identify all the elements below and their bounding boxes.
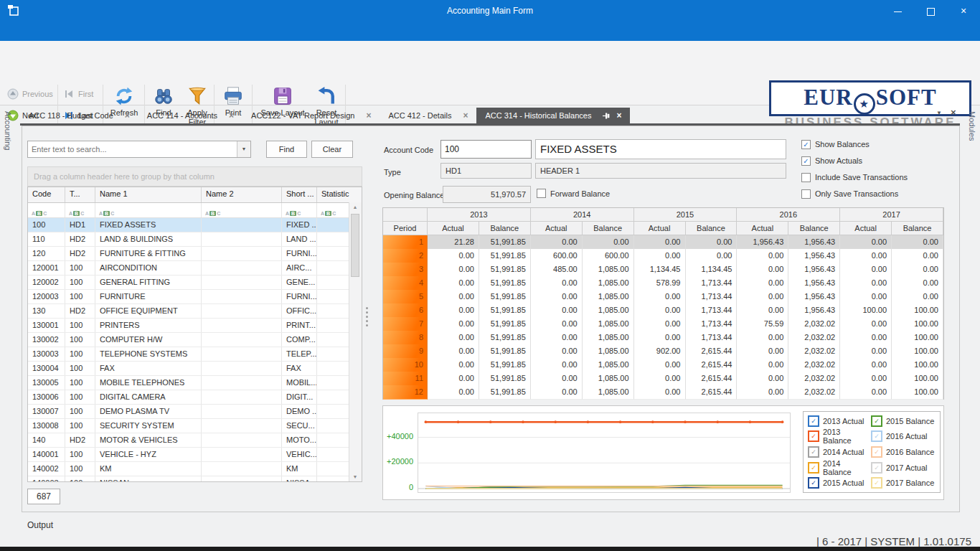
legend-item[interactable]: ✓2014 Actual	[808, 446, 871, 458]
grid-row[interactable]: 130003100TELEPHONE SYSTEMSTELEP...	[28, 347, 362, 362]
option-checkbox[interactable]: ✓Show Actuals	[801, 156, 908, 166]
grid-column-header[interactable]: Short ...	[282, 187, 317, 202]
legend-checkbox-icon[interactable]: ✓	[808, 415, 819, 427]
grid-row[interactable]: 130006100DIGITAL CAMERADIGIT...	[28, 390, 362, 405]
tab-close-icon[interactable]: ×	[366, 110, 371, 121]
doc-tab[interactable]: ACC 118 - Budget Code×	[20, 108, 138, 123]
grid-row[interactable]: 120001100AIRCONDITIONAIRC...	[28, 261, 362, 276]
grid-row[interactable]: 130005100MOBILE TELEPHONESMOBIL...	[28, 376, 362, 390]
legend-item[interactable]: ✓2013 Balance	[808, 430, 871, 443]
tabbar-close-icon[interactable]: ×	[951, 107, 956, 118]
legend-item[interactable]: ✓2016 Actual	[871, 430, 941, 443]
checkbox-icon[interactable]	[801, 173, 811, 182]
legend-checkbox-icon[interactable]: ✓	[808, 477, 819, 489]
grid-row[interactable]: 140HD2MOTOR & VEHICLESMOTO...	[28, 433, 362, 448]
checkbox-icon[interactable]	[801, 189, 811, 199]
splitter-handle[interactable]	[365, 305, 368, 336]
tab-close-icon[interactable]: ×	[463, 110, 468, 121]
doc-tab[interactable]: ACC 114 - Accounts×	[138, 108, 242, 123]
dock-tab-modules[interactable]: Modules	[968, 111, 976, 141]
legend-item[interactable]: ✓2014 Balance	[808, 461, 871, 474]
history-row[interactable]: 70.0051,991.850.001,085.000.001,713.4475…	[383, 317, 943, 331]
find-grid-button[interactable]: Find	[266, 141, 307, 158]
legend-checkbox-icon[interactable]: ✓	[871, 462, 882, 474]
legend-checkbox-icon[interactable]: ✓	[808, 430, 819, 442]
legend-checkbox-icon[interactable]: ✓	[871, 477, 882, 489]
legend-item[interactable]: ✓2015 Balance	[871, 415, 941, 428]
grid-row[interactable]: 140001100VEHICLE - HYZVEHIC...	[28, 448, 362, 462]
option-checkbox[interactable]: Include Save Transactions	[801, 172, 908, 182]
option-checkbox[interactable]: Only Save Transactions	[801, 189, 908, 199]
scroll-up-icon[interactable]: ▲	[349, 204, 361, 209]
grid-row[interactable]: 140003100NISSANNISSA...	[28, 476, 362, 482]
grid-row[interactable]: 130007100DEMO PLASMA TVDEMO ...	[28, 405, 362, 419]
search-input[interactable]	[28, 141, 237, 157]
grid-row[interactable]: 100HD1FIXED ASSETSFIXED ...	[28, 218, 362, 232]
tab-close-icon[interactable]: ×	[125, 110, 130, 121]
grid-row[interactable]: 130001100PRINTERSPRINT...	[28, 319, 362, 333]
grid-row[interactable]: 130002100COMPUTER H/WCOMP...	[28, 333, 362, 347]
forward-balance-checkbox[interactable]: Forward Balance	[537, 189, 610, 198]
grid-column-header[interactable]: T...	[65, 187, 95, 202]
minimize-button[interactable]	[881, 0, 914, 22]
checkbox-icon[interactable]: ✓	[801, 140, 811, 149]
history-row[interactable]: 50.0051,991.850.001,085.000.001,713.440.…	[383, 290, 943, 303]
option-checkbox[interactable]: ✓Show Balances	[801, 139, 908, 149]
history-row[interactable]: 60.0051,991.850.001,085.000.001,713.440.…	[383, 303, 943, 317]
restore-button[interactable]	[914, 0, 947, 22]
history-row[interactable]: 80.0051,991.850.001,085.000.001,713.440.…	[383, 331, 943, 344]
vertical-scrollbar[interactable]: ▲ ▼	[349, 202, 362, 481]
history-row[interactable]: 120.0051,991.850.001,085.000.002,615.440…	[383, 385, 943, 399]
tab-close-icon[interactable]: ×	[229, 110, 234, 121]
legend-checkbox-icon[interactable]: ✓	[871, 415, 882, 427]
grid-column-header[interactable]: Name 2	[202, 187, 282, 202]
grid-row[interactable]: 130008100SECURITY SYSTEMSECU...	[28, 419, 362, 433]
clear-button[interactable]: Clear	[311, 141, 353, 158]
account-code-input[interactable]	[440, 140, 532, 159]
grid-row[interactable]: 130HD2OFFICE EQUIPMENTOFFIC...	[28, 304, 362, 319]
grid-filter-cell[interactable]: ABC	[202, 203, 282, 217]
legend-checkbox-icon[interactable]: ✓	[808, 446, 819, 458]
doc-tab[interactable]: ACC122 - VAT Report Design×	[242, 108, 380, 123]
grid-column-header[interactable]: Name 1	[95, 187, 202, 202]
pin-icon[interactable]	[603, 112, 611, 120]
grid-row[interactable]: 140002100KMKM	[28, 462, 362, 476]
grid-row[interactable]: 130004100FAXFAX	[28, 362, 362, 376]
grid-filter-cell[interactable]: ABC	[282, 203, 317, 217]
doc-tab[interactable]: ACC 314 - Historical Balances×	[476, 108, 630, 123]
history-row[interactable]: 30.0051,991.85485.001,085.001,134.451,13…	[383, 263, 943, 276]
previous-button[interactable]: Previous	[7, 86, 53, 102]
grid-row[interactable]: 120HD2FURNITURE & FITTINGFURNI...	[28, 247, 362, 261]
checkbox-icon[interactable]: ✓	[801, 156, 811, 166]
legend-checkbox-icon[interactable]: ✓	[871, 430, 882, 442]
grid-row[interactable]: 120002100GENERAL FITTINGGENE...	[28, 276, 362, 290]
grid-filter-cell[interactable]: ABC	[28, 203, 65, 217]
search-dropdown-icon[interactable]: ▼	[237, 141, 250, 157]
tab-close-icon[interactable]: ×	[616, 110, 621, 121]
grid-row[interactable]: 110HD2LAND & BUILDINGSLAND ...	[28, 232, 362, 247]
legend-checkbox-icon[interactable]: ✓	[808, 462, 819, 474]
grid-filter-cell[interactable]: ABC	[95, 203, 202, 217]
legend-item[interactable]: ✓2017 Actual	[871, 461, 941, 474]
legend-checkbox-icon[interactable]: ✓	[871, 446, 882, 458]
scroll-down-icon[interactable]: ▼	[349, 474, 361, 479]
grid-filter-cell[interactable]: ABC	[317, 203, 351, 217]
grid-row[interactable]: 120003100FURNITUREFURNI...	[28, 290, 362, 304]
history-row[interactable]: 100.0051,991.850.001,085.000.002,615.440…	[383, 358, 943, 372]
history-row[interactable]: 110.0051,991.850.001,085.000.002,615.440…	[383, 372, 943, 385]
history-row[interactable]: 90.0051,991.850.001,085.00902.002,615.44…	[383, 344, 943, 358]
history-row[interactable]: 20.0051,991.85600.00600.000.000.000.001,…	[383, 249, 943, 263]
first-button[interactable]: First	[63, 86, 93, 102]
legend-item[interactable]: ✓2015 Actual	[808, 476, 871, 489]
doc-tab[interactable]: ACC 412 - Details×	[380, 108, 476, 123]
scroll-thumb[interactable]	[351, 214, 359, 277]
grid-column-header[interactable]: Code	[28, 187, 65, 202]
close-button[interactable]: ×	[947, 0, 980, 22]
checkbox-icon[interactable]	[537, 189, 546, 198]
history-row[interactable]: 40.0051,991.850.001,085.00578.991,713.44…	[383, 276, 943, 290]
grid-column-header[interactable]: Statistic ...	[317, 187, 351, 202]
grid-filter-cell[interactable]: ABC	[65, 203, 95, 217]
legend-item[interactable]: ✓2017 Balance	[871, 476, 941, 489]
history-row[interactable]: 121.2851,991.850.000.000.000.001,956.431…	[383, 235, 943, 249]
tab-list-chevron-icon[interactable]: ▼	[936, 110, 942, 116]
